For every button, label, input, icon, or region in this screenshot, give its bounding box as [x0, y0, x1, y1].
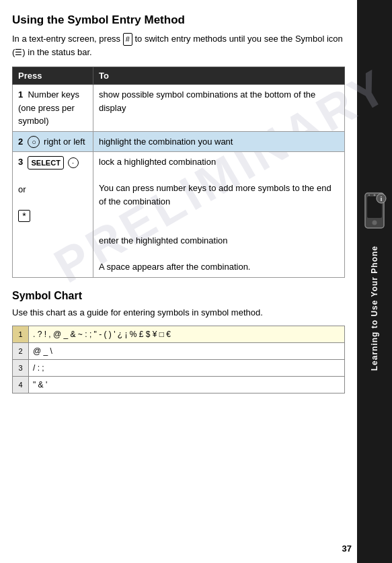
svg-point-2: [373, 221, 377, 225]
chart-intro: Use this chart as a guide for entering s…: [12, 306, 345, 320]
symbol-row-1: 1 . ? ! , @ _ & ~ : ; " - ( ) ' ¿ ¡ % £ …: [13, 326, 345, 343]
entry-table: Press To 1 Number keys(one press persymb…: [12, 67, 345, 278]
direction-text: right or left: [44, 137, 85, 147]
select-icon: ·: [68, 157, 79, 168]
select-key: SELECT: [28, 156, 63, 170]
page-number: 37: [342, 543, 352, 554]
symbol-key-3: 3: [13, 360, 29, 377]
symbol-key-2: 2: [13, 343, 29, 360]
symbol-values-4: " & ': [29, 377, 345, 393]
table-cell-press-2: 2 ○ right or left: [13, 131, 93, 152]
row-num-1: 1: [18, 89, 23, 100]
table-cell-press-1: 1 Number keys(one press persymbol): [13, 85, 93, 132]
symbol-table: 1 . ? ! , @ _ & ~ : ; " - ( ) ' ¿ ¡ % £ …: [12, 326, 345, 393]
table-header-press: Press: [13, 67, 93, 85]
symbol-values-2: @ _ \: [29, 343, 345, 360]
symbol-row-4: 4 " & ': [13, 377, 345, 393]
svg-text:i: i: [381, 196, 383, 202]
table-header-to: To: [93, 67, 345, 85]
section-title: Using the Symbol Entry Method: [12, 13, 345, 27]
navigation-key-circle: ○: [28, 136, 40, 148]
hash-key-inline: #: [123, 33, 132, 46]
svg-point-4: [368, 194, 370, 196]
symbol-values-3: / : ;: [29, 360, 345, 377]
table-cell-to-2: highlight the combination you want: [93, 131, 345, 152]
symbol-row-2: 2 @ _ \: [13, 343, 345, 360]
phone-icon: i: [362, 192, 387, 232]
svg-point-3: [374, 194, 376, 196]
main-content: Using the Symbol Entry Method In a text-…: [0, 0, 357, 563]
symbol-values-1: . ? ! , @ _ & ~ : ; " - ( ) ' ¿ ¡ % £ $ …: [29, 326, 345, 343]
chart-title: Symbol Chart: [12, 290, 345, 302]
symbol-key-4: 4: [13, 377, 29, 393]
row-num-2: 2: [18, 137, 23, 147]
sidebar-label: Learning to Use Your Phone: [370, 246, 379, 371]
symbol-row-3: 3 / : ;: [13, 360, 345, 377]
table-row: 1 Number keys(one press persymbol) show …: [13, 85, 345, 132]
or-label: or: [18, 184, 26, 194]
intro-paragraph: In a text-entry screen, press # to switc…: [12, 32, 345, 59]
star-key: *: [18, 210, 30, 222]
row-num-3: 3: [18, 157, 23, 167]
table-cell-to-3: lock a highlighted combination You can p…: [93, 152, 345, 278]
table-row: 2 ○ right or left highlight the combinat…: [13, 131, 345, 152]
symbol-icon-inline: ☰: [15, 48, 22, 57]
right-sidebar: i Learning to Use Your Phone: [357, 0, 392, 563]
table-cell-to-1: show possible symbol combinations at the…: [93, 85, 345, 132]
table-cell-press-3: 3 SELECT · or *: [13, 152, 93, 278]
symbol-key-1: 1: [13, 326, 29, 343]
table-row: 3 SELECT · or * lock a highlighted combi…: [13, 152, 345, 278]
